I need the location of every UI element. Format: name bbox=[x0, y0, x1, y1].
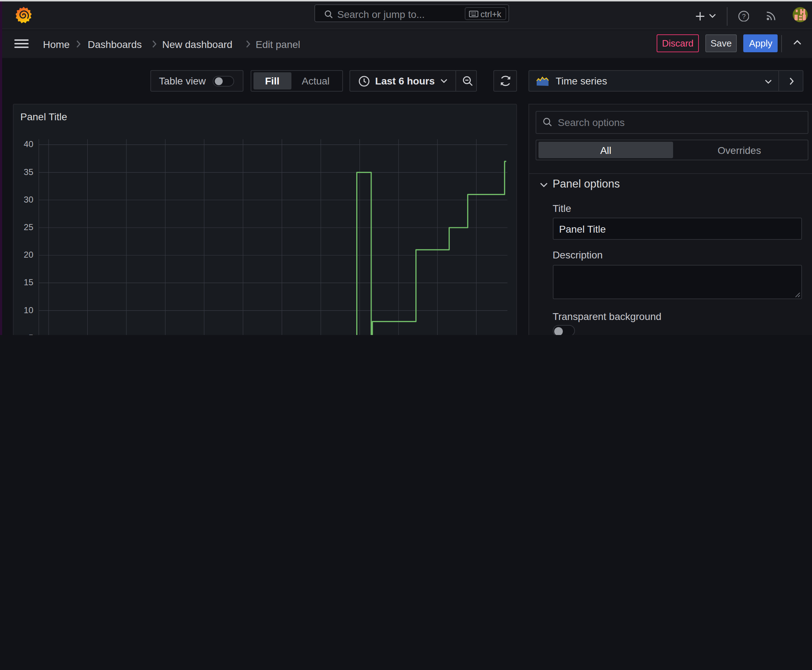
svg-text:25: 25 bbox=[24, 222, 33, 232]
svg-text:40: 40 bbox=[24, 139, 33, 149]
svg-text:35: 35 bbox=[24, 167, 33, 177]
svg-text:10: 10 bbox=[24, 305, 33, 315]
svg-text:15: 15 bbox=[24, 277, 33, 287]
svg-text:20: 20 bbox=[24, 250, 33, 259]
svg-text:30: 30 bbox=[24, 195, 33, 205]
svg-text:?: ? bbox=[741, 12, 745, 20]
svg-text:5: 5 bbox=[28, 333, 33, 335]
